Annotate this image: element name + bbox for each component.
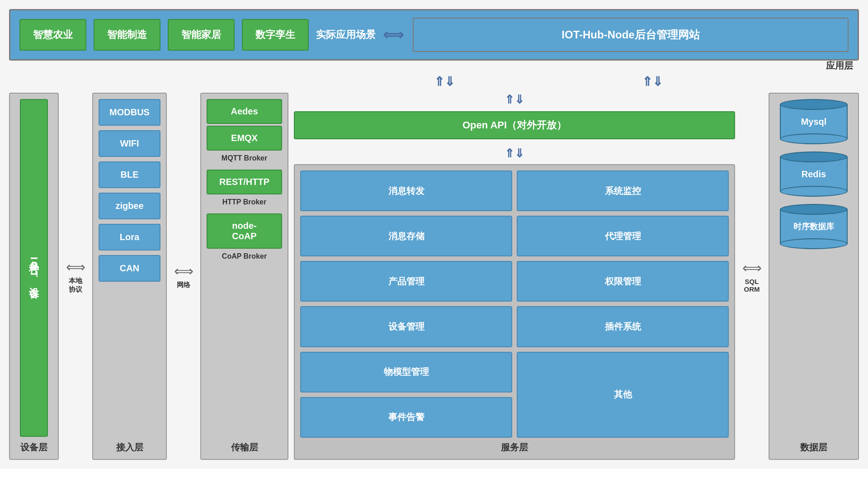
- db-mysql: Mysql: [780, 99, 848, 144]
- access-layer-title: 接入层: [116, 437, 143, 454]
- http-group: REST/HTTP HTTP Broker: [207, 170, 282, 210]
- transport-layer-title: 传输层: [231, 437, 258, 454]
- access-modbus: MODBUS: [99, 99, 160, 126]
- mqtt-group: Aedes EMQX MQTT Broker: [207, 99, 282, 166]
- service-layer-title: 服务层: [300, 438, 729, 454]
- sql-orm-arrow-icon: ⟺: [742, 260, 762, 276]
- service-api-arrow: ⇑⇓: [505, 147, 524, 161]
- db-layer-panel: Mysql Redis: [769, 93, 859, 460]
- service-proxy-mgmt: 代理管理: [517, 216, 729, 256]
- device-layer-panel: 各种IOT设备 设备层: [9, 93, 59, 460]
- open-api-bar: Open API（对外开放）: [294, 111, 735, 139]
- transport-coap: node- CoAP: [207, 213, 282, 249]
- sql-orm-arrow: ⟺ SQLORM: [741, 93, 763, 460]
- app-layer: 智慧农业 智能制造 智能家居 数字孪生 实际应用场景 ⟺ IOT-Hub-Nod…: [9, 9, 859, 61]
- access-ble: BLE: [99, 161, 160, 188]
- transport-coap-broker: CoAP Broker: [207, 251, 282, 264]
- access-items: MODBUS WIFI BLE zigbee Lora CAN: [99, 99, 160, 437]
- db-items: Mysql Redis: [773, 99, 854, 437]
- app-layer-label: 应用层: [826, 60, 853, 72]
- app-box-digital-twin: 数字孪生: [242, 19, 309, 51]
- db-redis-label: Redis: [802, 169, 826, 180]
- db-layer-title: 数据层: [800, 437, 827, 454]
- access-wifi: WIFI: [99, 130, 160, 157]
- service-product-mgmt: 产品管理: [300, 261, 512, 302]
- top-arrow-right: ⇑⇓: [642, 74, 663, 89]
- service-grid: 消息转发 系统监控 消息存储 代理管理 产品管理 权限管理 设备管理 插件系统 …: [300, 170, 729, 438]
- service-msg-storage: 消息存储: [300, 216, 512, 256]
- app-box-smart-manufacture: 智能制造: [94, 19, 160, 51]
- network-label: 网络: [177, 281, 190, 289]
- service-others: 其他: [517, 352, 729, 438]
- service-auth-mgmt: 权限管理: [517, 261, 729, 302]
- transport-items: Aedes EMQX MQTT Broker REST/HTTP HTTP Br…: [207, 99, 282, 437]
- transport-rest-http: REST/HTTP: [207, 170, 282, 194]
- local-protocol-label: 本地协议: [69, 277, 82, 294]
- sql-orm-label: SQLORM: [744, 278, 760, 293]
- app-scene-label: 实际应用场景: [316, 28, 376, 42]
- app-box-smart-agriculture: 智慧农业: [19, 19, 86, 51]
- transport-aedes: Aedes: [207, 99, 282, 124]
- service-thing-model: 物模型管理: [300, 352, 512, 392]
- db-redis: Redis: [780, 151, 848, 197]
- service-plugin-sys: 插件系统: [517, 306, 729, 347]
- local-protocol-arrow: ⟺ 本地协议: [64, 93, 87, 460]
- main-layout: 智慧农业 智能制造 智能家居 数字孪生 实际应用场景 ⟺ IOT-Hub-Nod…: [0, 0, 868, 469]
- service-msg-forward: 消息转发: [300, 170, 512, 211]
- transport-layer-panel: Aedes EMQX MQTT Broker REST/HTTP HTTP Br…: [200, 93, 288, 460]
- app-arrow: ⟺: [383, 26, 404, 43]
- open-api-arrow: ⇑⇓: [505, 93, 524, 107]
- app-boxes: 智慧农业 智能制造 智能家居 数字孪生 实际应用场景 ⟺: [19, 19, 404, 51]
- service-event-alarm: 事件告警: [300, 397, 512, 438]
- service-section: ⇑⇓ Open API（对外开放） ⇑⇓ 消息转发 系统监控 消息存储 代理管理…: [294, 93, 735, 460]
- service-layer-panel: 消息转发 系统监控 消息存储 代理管理 产品管理 权限管理 设备管理 插件系统 …: [294, 164, 735, 460]
- transport-mqtt-broker: MQTT Broker: [207, 152, 282, 166]
- transport-http-broker: HTTP Broker: [207, 196, 282, 210]
- device-layer-title: 设备层: [20, 437, 47, 454]
- network-arrow: ⟺ 网络: [172, 93, 195, 460]
- device-green-box: 各种IOT设备: [20, 99, 48, 437]
- access-layer-panel: MODBUS WIFI BLE zigbee Lora CAN 接入层: [92, 93, 167, 460]
- app-box-smart-home: 智能家居: [168, 19, 235, 51]
- top-arrow-left: ⇑⇓: [434, 74, 455, 89]
- access-lora: Lora: [99, 224, 160, 251]
- iot-hub-box: IOT-Hub-Node后台管理网站: [413, 18, 849, 52]
- db-mysql-label: Mysql: [801, 117, 827, 127]
- coap-group: node- CoAP CoAP Broker: [207, 213, 282, 264]
- db-timeseries: 时序数据库: [780, 204, 848, 249]
- service-sys-monitor: 系统监控: [517, 170, 729, 211]
- bottom-section: 各种IOT设备 设备层 ⟺ 本地协议 MODBUS WIFI BLE zigbe…: [9, 93, 859, 460]
- service-device-mgmt: 设备管理: [300, 306, 512, 347]
- access-zigbee: zigbee: [99, 193, 160, 219]
- access-can: CAN: [99, 255, 160, 282]
- db-mysql-cylinder: Mysql: [780, 99, 848, 144]
- db-timeseries-label: 时序数据库: [793, 221, 834, 232]
- network-arrow-icon: ⟺: [174, 263, 193, 279]
- transport-emqx: EMQX: [207, 126, 282, 151]
- local-protocol-arrow-icon: ⟺: [66, 259, 85, 275]
